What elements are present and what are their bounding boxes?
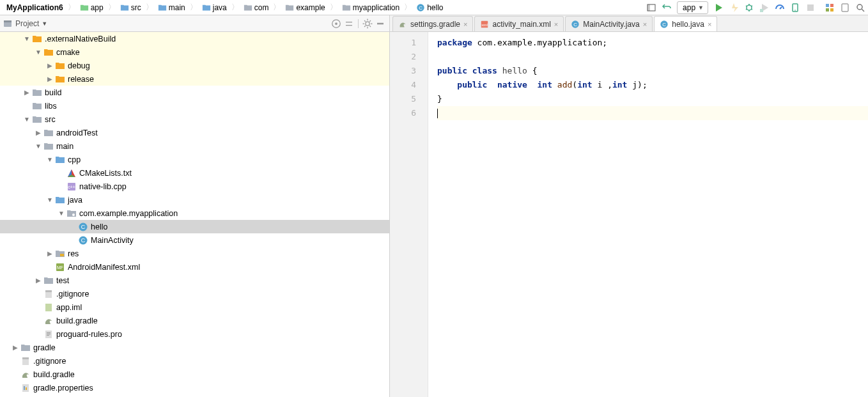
run-icon[interactable] [712,1,725,14]
svg-rect-38 [47,334,50,334]
project-tree[interactable]: ▼.externalNativeBuild▼cmake▶debug▶releas… [0,32,389,397]
line-number: 6 [390,106,416,120]
avd-icon[interactable] [789,1,802,14]
chevron-down-icon[interactable]: ▼ [46,156,54,163]
tree-row[interactable]: ▶gradle.properties [0,381,389,394]
layout-config-icon[interactable] [645,1,658,14]
device-icon[interactable] [839,1,851,14]
breadcrumb-item[interactable]: com [240,0,273,15]
breadcrumb-item[interactable]: Chello [412,0,447,15]
debug-icon[interactable] [743,1,756,14]
chevron-down-icon[interactable]: ▼ [23,35,31,42]
editor-tab[interactable]: xmlactivity_main.xml× [474,16,564,31]
breadcrumb-item[interactable]: app [76,0,107,15]
chevron-right-icon[interactable]: ▶ [23,89,31,96]
chevron-right-icon[interactable]: ▶ [46,75,54,82]
tree-row[interactable]: ▶Chello [0,220,389,233]
tree-row[interactable]: ▶libs [0,99,389,113]
tree-row[interactable]: ▶.gitignore [0,287,389,300]
tree-row[interactable]: ▶debug [0,59,389,72]
tree-row[interactable]: ▶res [0,247,389,260]
tree-row[interactable]: ▶test [0,274,389,287]
close-icon[interactable]: × [643,20,647,28]
breadcrumb-item[interactable]: example [281,0,329,15]
scroll-from-source-icon[interactable] [330,17,343,30]
tree-row[interactable]: ▶app.iml [0,300,389,314]
stop-icon[interactable] [804,1,817,14]
run-config-selector[interactable]: app ▼ [677,1,708,14]
close-icon[interactable]: × [708,20,711,28]
tree-row[interactable]: ▼src [0,113,389,126]
tree-row[interactable]: ▶.gitignore [0,354,389,368]
breadcrumb-item[interactable]: src [116,0,145,15]
tree-row[interactable]: ▶CMakeLists.txt [0,166,389,180]
code-line[interactable]: public native int add(int i ,int j); [437,78,868,92]
chevron-down-icon: ▼ [698,4,704,11]
tree-row[interactable]: ▶c++native-lib.cpp [0,180,389,193]
code-editor[interactable]: 123456 package com.example.myapplication… [390,32,868,397]
hide-icon[interactable] [374,17,387,30]
close-icon[interactable]: × [554,20,558,28]
breadcrumb-item[interactable]: main [154,0,189,15]
svg-rect-14 [830,8,833,12]
chevron-down-icon[interactable]: ▼ [35,49,42,56]
code-line[interactable]: } [437,92,868,106]
gear-icon[interactable] [361,17,374,30]
chevron-down-icon[interactable]: ▼ [35,143,42,150]
tree-row[interactable]: ▶release [0,72,389,86]
tree-row[interactable]: ▶build [0,86,389,99]
line-number: 5 [390,92,416,106]
collapse-all-icon[interactable] [343,17,355,30]
breadcrumb-bar: MyApplication6〉app〉src〉main〉java〉com〉exa… [0,0,868,15]
code-line[interactable] [437,50,868,64]
code-line[interactable] [437,106,868,120]
search-icon[interactable] [854,1,867,14]
tree-row[interactable]: ▶androidTest [0,126,389,139]
tree-row[interactable]: ▼cpp [0,153,389,166]
chevron-right-icon[interactable]: ▶ [46,250,54,257]
editor-tab[interactable]: CMainActivity.java× [565,16,653,31]
structure-icon[interactable] [823,1,836,14]
tree-row[interactable]: ▶MFAndroidManifest.xml [0,260,389,274]
tree-row[interactable]: ▼com.example.myapplication [0,206,389,220]
code-area[interactable]: package com.example.myapplication;public… [428,32,868,397]
breadcrumb-item[interactable]: myapplication [338,0,403,15]
tree-row[interactable]: ▶build.gradle [0,314,389,327]
chevron-down-icon[interactable]: ▼ [58,210,65,217]
chevron-down-icon[interactable]: ▼ [42,20,47,27]
chevron-right-icon[interactable]: ▶ [46,62,54,69]
breadcrumb-item[interactable]: MyApplication6 [3,0,67,15]
tree-label: res [68,249,79,258]
apply-changes-icon[interactable] [727,1,740,14]
tree-row[interactable]: ▼.externalNativeBuild [0,32,389,45]
sync-icon[interactable] [660,1,673,14]
svg-rect-39 [47,335,49,336]
breadcrumb-item[interactable]: java [198,0,231,15]
chevron-right-icon[interactable]: ▶ [35,129,42,136]
code-line[interactable]: package com.example.myapplication; [437,36,868,50]
coverage-icon[interactable] [758,1,771,14]
chevron-right-icon[interactable]: ▶ [35,277,42,284]
chevron-down-icon[interactable]: ▼ [23,116,31,123]
profiler-icon[interactable] [773,1,786,14]
close-icon[interactable]: × [463,20,467,28]
tree-row[interactable]: ▼cmake [0,45,389,59]
tree-row[interactable]: ▶proguard-rules.pro [0,327,389,341]
tree-row[interactable]: ▶gradle [0,341,389,354]
tree-row[interactable]: ▼main [0,139,389,153]
tab-label: settings.gradle [410,20,460,29]
manifest-icon: MF [55,262,65,272]
project-header: Project ▼ [0,15,389,32]
chevron-down-icon[interactable]: ▼ [46,196,54,203]
project-header-title[interactable]: Project [15,19,39,28]
chevron-right-icon[interactable]: ▶ [12,344,19,351]
code-line[interactable]: public class hello { [437,64,868,78]
breadcrumb-label: com [254,3,269,12]
svg-point-21 [366,21,369,25]
tab-label: activity_main.xml [492,20,550,29]
editor-tab[interactable]: Chello.java× [654,16,717,31]
tree-row[interactable]: ▼java [0,193,389,206]
tree-row[interactable]: ▶build.gradle [0,368,389,381]
editor-tab[interactable]: settings.gradle× [392,16,473,31]
tree-row[interactable]: ▶CMainActivity [0,233,389,247]
